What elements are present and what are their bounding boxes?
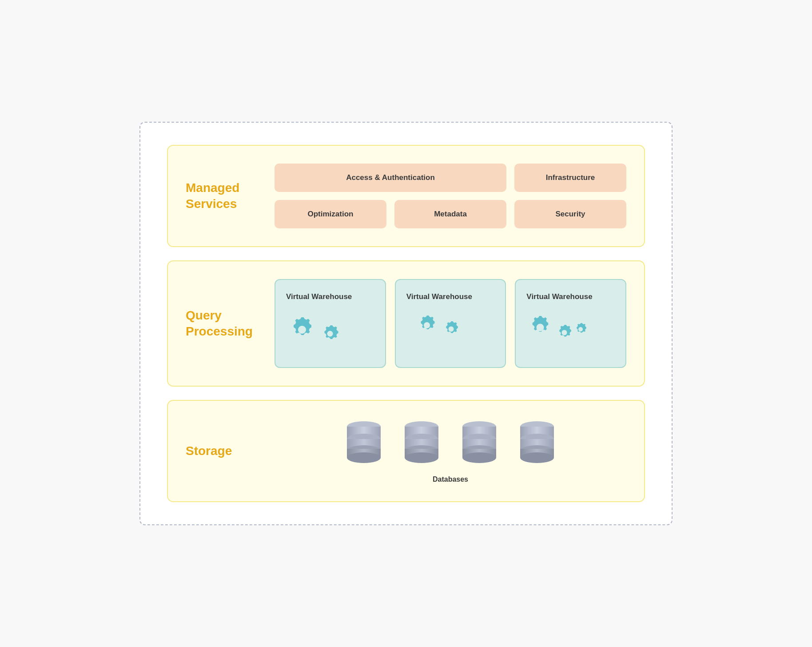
query-processing-section: Query Processing Virtual Warehouse — [167, 260, 645, 387]
storage-title: Storage — [186, 443, 257, 459]
managed-services-grid: Access & Authentication Infrastructure O… — [275, 164, 626, 228]
outer-container: Managed Services Access & Authentication… — [139, 122, 673, 525]
warehouse-3-gears — [526, 309, 590, 339]
database-icon-3 — [459, 419, 499, 463]
database-icon-2 — [402, 419, 442, 463]
gear-large-icon — [286, 314, 317, 340]
virtual-warehouse-2: Virtual Warehouse — [395, 279, 506, 368]
warehouse-1-title: Virtual Warehouse — [286, 292, 352, 301]
managed-services-section: Managed Services Access & Authentication… — [167, 145, 645, 247]
warehouse-3-title: Virtual Warehouse — [526, 292, 592, 301]
svg-point-1 — [327, 331, 333, 337]
svg-point-5 — [562, 330, 567, 335]
gear-small-icon — [319, 323, 341, 345]
access-auth-card: Access & Authentication — [275, 164, 506, 192]
metadata-card: Metadata — [394, 200, 506, 228]
storage-content: Databases — [275, 419, 626, 483]
optimization-card: Optimization — [275, 200, 386, 228]
warehouse-grid: Virtual Warehouse — [275, 279, 626, 368]
svg-point-20 — [405, 452, 438, 463]
db-cylinder-3 — [459, 419, 499, 463]
database-icon-4 — [517, 419, 557, 463]
gear-small-3-icon — [555, 323, 575, 342]
svg-point-2 — [424, 322, 430, 328]
warehouse-1-gears — [286, 309, 341, 340]
virtual-warehouse-3: Virtual Warehouse — [515, 279, 626, 368]
virtual-warehouse-1: Virtual Warehouse — [275, 279, 386, 368]
svg-point-13 — [347, 452, 381, 463]
svg-point-4 — [537, 324, 544, 331]
databases-label: Databases — [433, 475, 468, 483]
db-cylinder-1 — [344, 419, 384, 463]
databases-row — [344, 419, 557, 463]
gear-small-2-icon — [442, 320, 462, 339]
svg-point-0 — [298, 326, 306, 334]
warehouse-2-gears — [406, 309, 462, 336]
storage-section: Storage — [167, 400, 645, 502]
infrastructure-card: Infrastructure — [514, 164, 626, 192]
svg-point-6 — [578, 327, 583, 331]
gear-medium-icon — [415, 314, 440, 336]
svg-point-27 — [462, 452, 496, 463]
gear-tiny-3-icon — [573, 322, 590, 339]
svg-point-3 — [448, 327, 454, 332]
db-cylinder-2 — [402, 419, 442, 463]
db-cylinder-4 — [517, 419, 557, 463]
svg-point-34 — [520, 452, 554, 463]
managed-services-title: Managed Services — [186, 180, 257, 212]
security-card: Security — [514, 200, 626, 228]
query-processing-title: Query Processing — [186, 308, 257, 340]
warehouse-2-title: Virtual Warehouse — [406, 292, 472, 301]
gear-large-3-icon — [526, 314, 555, 339]
database-icon-1 — [344, 419, 384, 463]
